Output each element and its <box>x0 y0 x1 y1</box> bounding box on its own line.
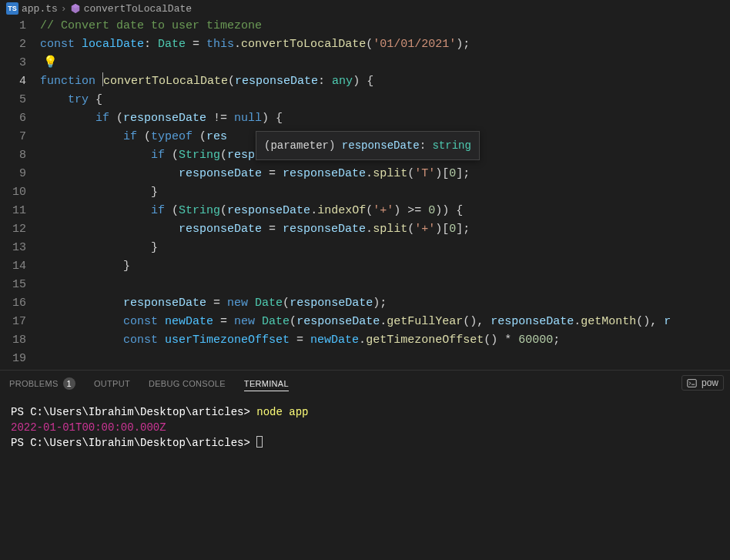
line-number: 13 <box>0 239 40 257</box>
breadcrumb-file[interactable]: app.ts <box>22 3 58 15</box>
code-token: 0 <box>428 204 435 217</box>
code-token: newDate <box>165 315 213 328</box>
code-token: indexOf <box>317 204 366 217</box>
tooltip-text: (parameter) <box>264 139 342 152</box>
problems-count-badge: 1 <box>63 377 75 390</box>
line-number: 17 <box>0 313 40 331</box>
code-token: responseDate <box>179 167 262 180</box>
code-token: try <box>68 93 89 106</box>
terminal-line: 2022-01-01T00:00:00.000Z <box>11 421 166 434</box>
line-number: 7 <box>0 128 40 146</box>
code-token: : <box>144 38 158 51</box>
code-token: ( <box>290 315 296 328</box>
tooltip-text: string <box>432 139 470 152</box>
code-token: res <box>206 130 227 143</box>
code-token: '01/01/2021' <box>373 38 456 51</box>
code-token: split <box>373 167 407 180</box>
breadcrumb-symbol[interactable]: convertToLocalDate <box>84 3 192 15</box>
line-number: 19 <box>0 350 40 368</box>
line-number: 14 <box>0 257 40 276</box>
code-token: >= <box>400 204 428 217</box>
code-token: ( <box>407 223 414 236</box>
code-token: ( <box>144 130 151 143</box>
code-token: ); <box>373 297 387 310</box>
bottom-panel: PROBLEMS 1 OUTPUT DEBUG CONSOLE TERMINAL… <box>0 370 730 560</box>
code-token: typeof <box>151 130 199 143</box>
code-token: responseDate <box>296 315 380 328</box>
tooltip-text: responseDate <box>342 139 420 152</box>
method-icon <box>70 3 81 15</box>
line-number: 10 <box>0 183 40 202</box>
terminal-line: node app <box>256 406 308 418</box>
code-token: . <box>380 315 387 328</box>
code-token: getFullYear <box>387 315 463 328</box>
code-token: = <box>262 223 283 236</box>
code-token: function <box>40 75 102 88</box>
code-token: (), <box>636 315 664 328</box>
code-token: } <box>151 186 158 199</box>
tab-problems[interactable]: PROBLEMS 1 <box>9 377 75 390</box>
tab-debug-console[interactable]: DEBUG CONSOLE <box>149 379 226 388</box>
tooltip-text: : <box>420 139 433 152</box>
code-token: this <box>206 38 234 51</box>
line-number: 1 <box>0 17 40 35</box>
code-token: . <box>359 334 366 347</box>
code-token: ( <box>407 167 414 180</box>
code-token: . <box>234 38 241 51</box>
code-token: getMonth <box>581 315 636 328</box>
code-token: '+' <box>373 204 393 217</box>
code-token: . <box>310 204 317 217</box>
code-token: { <box>89 93 102 106</box>
code-token: const <box>123 334 165 347</box>
code-token: null <box>234 112 262 125</box>
code-token: responseDate <box>290 297 373 310</box>
terminal-launch-profile[interactable]: pow <box>681 375 724 391</box>
code-token: ( <box>172 204 179 217</box>
code-token: ( <box>366 204 373 217</box>
code-token: ( <box>283 297 290 310</box>
code-token: ( <box>228 75 235 88</box>
code-token: ); <box>456 38 470 51</box>
code-token: responseDate <box>123 297 206 310</box>
code-token: responseDate <box>235 75 318 88</box>
tab-terminal[interactable]: TERMINAL <box>244 379 289 391</box>
code-token: newDate <box>310 334 359 347</box>
code-token: )) { <box>435 204 463 217</box>
code-editor[interactable]: 💡 1// Convert date to user timezone 2con… <box>0 17 730 370</box>
code-token: responseDate <box>283 167 366 180</box>
code-token: r <box>664 315 671 328</box>
code-token: ( <box>366 38 373 51</box>
code-token: ( <box>199 130 206 143</box>
code-token: Date <box>255 297 283 310</box>
hover-tooltip: (parameter) responseDate: string <box>256 131 480 160</box>
line-number: 4 <box>0 72 40 91</box>
code-token: ) { <box>262 112 283 125</box>
code-token: ) <box>393 204 400 217</box>
code-token: () * <box>484 334 518 347</box>
code-token: )[ <box>435 223 449 236</box>
code-token: String <box>179 204 220 217</box>
code-token: ( <box>172 149 179 162</box>
breadcrumb[interactable]: TS app.ts › convertToLocalDate <box>0 0 730 17</box>
code-token: ]; <box>456 223 470 236</box>
code-token: 0 <box>449 167 456 180</box>
code-token: convertToLocalDate <box>103 75 228 88</box>
code-token: if <box>151 204 172 217</box>
code-token: // Convert date to user timezone <box>40 19 262 32</box>
terminal-line: PS C:\Users\Ibrahim\Desktop\articles> <box>11 406 256 418</box>
code-token: responseDate <box>491 315 574 328</box>
line-number: 6 <box>0 109 40 128</box>
code-token: 'T' <box>414 167 435 180</box>
lightbulb-icon[interactable]: 💡 <box>43 54 58 72</box>
terminal[interactable]: PS C:\Users\Ibrahim\Desktop\articles> no… <box>0 397 730 458</box>
code-token: ( <box>220 149 227 162</box>
code-token: . <box>574 315 581 328</box>
code-token: const <box>123 315 165 328</box>
code-token: ( <box>220 204 227 217</box>
code-token: localDate <box>82 38 144 51</box>
code-token: Date <box>262 315 290 328</box>
code-token: userTimezoneOffset <box>165 334 290 347</box>
tab-output[interactable]: OUTPUT <box>94 379 130 388</box>
code-token: = <box>186 38 206 51</box>
code-token: responseDate <box>227 204 310 217</box>
